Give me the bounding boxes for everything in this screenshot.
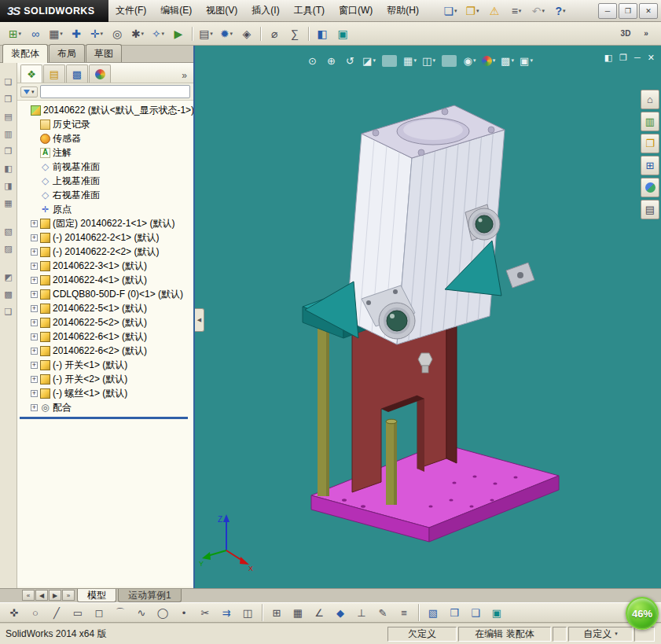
open-document-icon[interactable]: ❐ ▾: [462, 2, 483, 20]
standard-views-icon[interactable]: 3D: [615, 24, 636, 43]
expander-icon[interactable]: +: [31, 319, 38, 326]
view-settings-icon[interactable]: ▣ ▾: [517, 53, 535, 68]
viewport-canvas[interactable]: Z Y X: [195, 46, 661, 588]
display-style-icon[interactable]: ◫ ▾: [420, 53, 438, 68]
tree-item[interactable]: + (-) 开关<1> (默认): [17, 358, 193, 372]
zoom-fit-icon[interactable]: ⊙: [303, 53, 321, 68]
alert-icon[interactable]: ⚠: [484, 2, 505, 20]
menu-item[interactable]: 工具(T): [287, 0, 332, 21]
tab-scroll-first-icon[interactable]: «: [22, 590, 35, 601]
ellipse-tool-icon[interactable]: ◯: [152, 604, 173, 621]
convert-entities-icon[interactable]: ⇉: [216, 604, 237, 621]
expander-icon[interactable]: +: [31, 234, 38, 241]
status-custom[interactable]: 自定义 ▾: [568, 627, 633, 642]
tab-scroll-last-icon[interactable]: »: [62, 590, 75, 601]
assembly-features-icon[interactable]: ✱ ▾: [127, 24, 148, 43]
side-toolbar-button-13[interactable]: ❑: [2, 305, 16, 318]
point-tool-icon[interactable]: •: [174, 604, 194, 621]
panel-collapse-handle[interactable]: ◀: [195, 308, 204, 332]
minimize-button[interactable]: ─: [598, 3, 617, 19]
print-icon[interactable]: ≡ ▾: [506, 2, 527, 20]
corner-rectangle-icon[interactable]: ▭: [68, 604, 88, 621]
instant3d-icon[interactable]: ❑: [465, 604, 486, 621]
expander-icon[interactable]: +: [31, 277, 38, 284]
new-document-icon[interactable]: ❏ ▾: [440, 2, 461, 20]
propertymanager-tab[interactable]: ▤: [43, 64, 65, 83]
tree-item[interactable]: + ◎ 配合: [17, 400, 193, 414]
smart-dimension-icon[interactable]: ✜: [4, 604, 24, 621]
appearances-scenes-icon[interactable]: ●: [641, 178, 659, 197]
tree-item[interactable]: + 20140622-4<1> (默认): [17, 273, 193, 287]
previous-view-icon[interactable]: ↺: [341, 53, 359, 68]
tab-layout[interactable]: 布局: [49, 44, 85, 62]
side-toolbar-button-11[interactable]: ◩: [2, 270, 16, 284]
undo-icon[interactable]: ↶ ▾: [528, 2, 549, 20]
grid-snap-icon[interactable]: ▦: [288, 604, 308, 621]
featuremanager-tree-tab[interactable]: ❖: [20, 64, 42, 83]
sensor-lower[interactable]: [379, 303, 415, 339]
panel-overflow-chevron[interactable]: »: [178, 70, 190, 83]
line-tool-icon[interactable]: ╱: [46, 604, 67, 621]
displaymanager-tab[interactable]: ●: [89, 64, 111, 83]
expander-icon[interactable]: +: [31, 220, 38, 227]
mirror-entities-icon[interactable]: ◫: [237, 604, 258, 621]
menu-item[interactable]: 帮助(H): [380, 0, 426, 21]
angle-tool-icon[interactable]: ∠: [309, 604, 329, 621]
show-hidden-components-icon[interactable]: ◎: [107, 24, 127, 43]
side-toolbar-button-2[interactable]: ❒: [2, 93, 16, 106]
end-block[interactable]: [506, 263, 534, 288]
expander-icon[interactable]: +: [31, 333, 38, 340]
tree-item[interactable]: A 注解: [17, 145, 193, 160]
exploded-view-icon[interactable]: ✹ ▾: [216, 24, 237, 43]
viewport-previous-window-icon[interactable]: ◧: [604, 52, 612, 63]
graphics-viewport[interactable]: Z Y X ⊙ ⊕ ↺ ◪: [195, 46, 661, 588]
menu-item[interactable]: 文件(F): [108, 0, 153, 21]
side-toolbar-button-1[interactable]: ❏: [2, 75, 16, 89]
help-icon[interactable]: ? ▾: [550, 2, 571, 20]
expander-icon[interactable]: +: [31, 305, 38, 312]
tree-item[interactable]: + (-) 螺丝<1> (默认): [17, 386, 193, 400]
expander-icon[interactable]: +: [31, 248, 38, 256]
smart-fasteners-icon[interactable]: ✚: [66, 24, 86, 43]
menu-item[interactable]: 窗口(W): [332, 0, 380, 21]
file-explorer-icon[interactable]: ❐: [641, 134, 659, 153]
tab-motion-study-1[interactable]: 运动算例1: [118, 589, 182, 602]
bill-of-materials-icon[interactable]: ▤ ▾: [196, 24, 216, 43]
side-toolbar-button-3[interactable]: ▤: [2, 110, 16, 123]
expander-icon[interactable]: +: [31, 291, 38, 298]
tree-item[interactable]: 历史记录: [17, 117, 193, 131]
design-library-icon[interactable]: ▥: [641, 112, 659, 131]
mass-properties-icon[interactable]: ∑: [285, 24, 305, 43]
tree-item[interactable]: + (-) 20140622-2<1> (默认): [17, 230, 193, 245]
large-assembly-mode-icon[interactable]: ▣: [487, 604, 507, 621]
rapid-sketch-icon[interactable]: ▧: [423, 604, 443, 621]
edit-appearance-icon[interactable]: ● ▾: [479, 53, 498, 68]
tab-model[interactable]: 模型: [77, 589, 116, 602]
move-component-icon[interactable]: ✛ ▾: [86, 24, 107, 43]
filter-funnel-button[interactable]: ▾: [20, 86, 38, 98]
viewport-minimize-icon[interactable]: ─: [634, 52, 641, 63]
circle-tool-icon[interactable]: ○: [25, 604, 46, 621]
tree-item[interactable]: + 20140622-6<2> (默认): [17, 344, 193, 358]
tree-item[interactable]: ◇ 前视基准面: [17, 160, 193, 174]
reference-geometry-icon[interactable]: ✧ ▾: [148, 24, 168, 43]
tree-item[interactable]: + (-) 开关<2> (默认): [17, 372, 193, 386]
expander-icon[interactable]: +: [31, 390, 38, 397]
hide-show-items-icon[interactable]: ◉ ▾: [461, 53, 479, 68]
tree-item[interactable]: + (固定) 20140622-1<1> (默认): [17, 216, 193, 230]
tab-scroll-next-icon[interactable]: ▶: [49, 590, 61, 601]
perpendicular-relation-icon[interactable]: ⊥: [351, 604, 372, 621]
filter-input[interactable]: [40, 85, 190, 98]
expander-icon[interactable]: +: [31, 362, 38, 369]
tree-item[interactable]: ✛ 原点: [17, 202, 193, 216]
tree-item[interactable]: 20140622 (默认<默认_显示状态-1>): [17, 103, 193, 117]
solidworks-resources-icon[interactable]: ⌂: [641, 90, 659, 109]
zoom-area-icon[interactable]: ⊕: [322, 53, 340, 68]
interference-detection-icon[interactable]: ◈: [237, 24, 257, 43]
add-relation-icon[interactable]: ◆: [330, 604, 351, 621]
expander-icon[interactable]: +: [31, 376, 38, 383]
section-view-icon[interactable]: ◪ ▾: [360, 53, 378, 68]
side-toolbar-button-9[interactable]: ▧: [2, 225, 16, 238]
line-format-icon[interactable]: ≡: [394, 604, 414, 621]
viewport-close-icon[interactable]: ✕: [648, 52, 655, 63]
